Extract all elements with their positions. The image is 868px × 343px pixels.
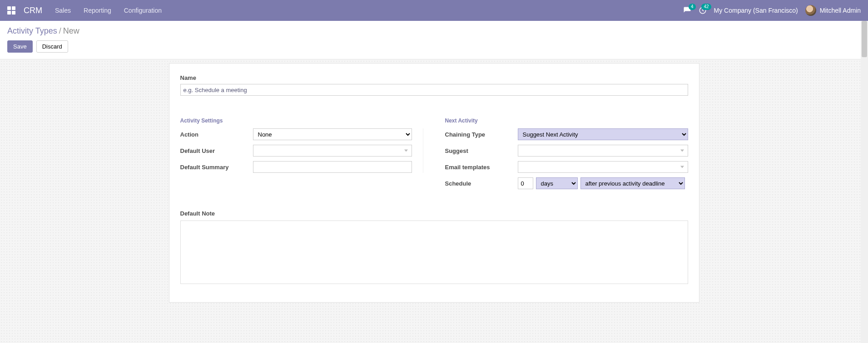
name-input[interactable]	[180, 84, 688, 96]
app-brand[interactable]: CRM	[24, 6, 42, 15]
messages-icon[interactable]: 4	[683, 6, 691, 15]
breadcrumb-parent[interactable]: Activity Types	[7, 26, 57, 36]
nav-configuration[interactable]: Configuration	[124, 7, 162, 14]
default-note-editor[interactable]	[180, 220, 688, 284]
top-navbar: CRM Sales Reporting Configuration 4 42 M…	[0, 0, 868, 21]
email-templates-select[interactable]	[518, 161, 688, 173]
chaining-type-label: Chaining Type	[445, 131, 518, 138]
email-templates-label: Email templates	[445, 164, 518, 171]
chaining-type-select[interactable]: Suggest Next Activity	[518, 128, 688, 140]
name-label: Name	[180, 74, 688, 81]
form-sheet: Name Activity Settings Action None	[169, 63, 699, 303]
messages-badge: 4	[689, 4, 696, 10]
avatar-icon	[805, 5, 816, 16]
breadcrumb: Activity Types / New	[7, 26, 861, 36]
suggest-select[interactable]	[518, 145, 688, 157]
section-next-activity: Next Activity	[445, 118, 688, 124]
section-activity-settings: Activity Settings	[180, 118, 423, 124]
scrollbar[interactable]	[861, 21, 868, 321]
activities-icon[interactable]: 42	[699, 6, 707, 15]
control-panel: Activity Types / New Save Discard	[0, 21, 868, 59]
schedule-label: Schedule	[445, 180, 518, 187]
default-summary-input[interactable]	[253, 161, 412, 173]
user-menu[interactable]: Mitchell Admin	[805, 5, 861, 16]
user-name: Mitchell Admin	[820, 7, 861, 14]
breadcrumb-current: New	[63, 26, 79, 36]
nav-sales[interactable]: Sales	[55, 7, 71, 14]
schedule-count-input[interactable]	[518, 177, 533, 189]
scrollbar-thumb[interactable]	[862, 21, 867, 57]
default-user-label: Default User	[180, 147, 253, 154]
schedule-unit-select[interactable]: days	[536, 177, 578, 189]
action-label: Action	[180, 131, 253, 138]
breadcrumb-sep: /	[59, 26, 61, 36]
nav-reporting[interactable]: Reporting	[84, 7, 111, 14]
apps-icon[interactable]	[7, 6, 15, 15]
default-user-select[interactable]	[253, 145, 412, 157]
save-button[interactable]: Save	[7, 40, 33, 53]
default-summary-label: Default Summary	[180, 164, 253, 171]
default-note-label: Default Note	[180, 210, 688, 217]
activities-badge: 42	[701, 4, 711, 10]
schedule-kind-select[interactable]: after previous activity deadline	[580, 177, 685, 189]
suggest-label: Suggest	[445, 147, 518, 154]
discard-button[interactable]: Discard	[36, 40, 68, 53]
company-switcher[interactable]: My Company (San Francisco)	[714, 7, 798, 14]
action-select[interactable]: None	[253, 128, 412, 140]
sheet-wrapper: Name Activity Settings Action None	[0, 59, 868, 321]
